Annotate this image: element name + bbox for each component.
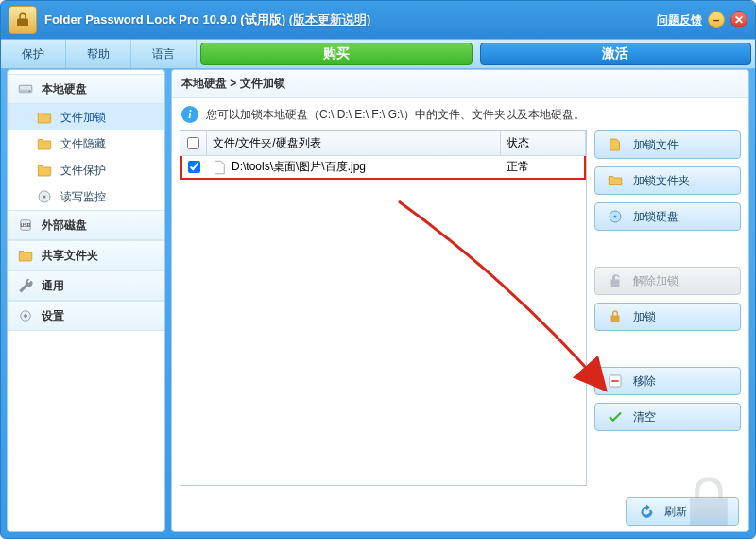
svg-point-8 [24, 314, 27, 318]
folder-add-icon [607, 173, 624, 188]
sidebar-group-external-disk[interactable]: USB 外部磁盘 [8, 210, 164, 240]
sidebar-item-file-protect[interactable]: 文件保护 [8, 157, 164, 183]
menu-protect[interactable]: 保护 [1, 40, 66, 68]
main-panel: 本地硬盘 > 文件加锁 i 您可以加锁本地硬盘（C:\ D:\ E:\ F:\ … [171, 69, 749, 532]
unlock-button: 解除加锁 [594, 267, 741, 295]
folder-lock-icon [36, 109, 53, 126]
svg-text:USB: USB [20, 222, 30, 228]
app-window: Folder Password Lock Pro 10.9.0 (试用版) (版… [0, 0, 756, 539]
title-bar: Folder Password Lock Pro 10.9.0 (试用版) (版… [1, 1, 755, 39]
file-table: 文件/文件夹/硬盘列表 状态 D:\tools\桌面\图片\百度.jpg [180, 130, 587, 486]
lock-disk-button[interactable]: 加锁硬盘 [594, 202, 741, 231]
svg-point-10 [614, 216, 617, 218]
svg-rect-12 [611, 380, 619, 382]
wrench-icon [17, 277, 34, 294]
sidebar-group-shared-folder[interactable]: 共享文件夹 [8, 240, 164, 270]
usb-icon: USB [17, 217, 34, 234]
check-icon [607, 409, 624, 425]
remove-button[interactable]: 移除 [594, 367, 741, 395]
lock-file-button[interactable]: 加锁文件 [594, 130, 741, 159]
info-icon: i [181, 106, 198, 123]
breadcrumb: 本地硬盘 > 文件加锁 [172, 70, 748, 98]
menu-bar: 保护 帮助 语言 购买 激活 [1, 39, 755, 69]
close-button[interactable]: ✕ [730, 11, 747, 28]
sidebar-item-file-lock[interactable]: 文件加锁 [8, 104, 164, 130]
update-notes-link[interactable]: (版本更新说明) [289, 12, 371, 26]
gear-icon [17, 307, 34, 324]
lock-button[interactable]: 加锁 [594, 303, 741, 331]
activate-button[interactable]: 激活 [480, 43, 752, 65]
row-checkbox[interactable] [188, 161, 200, 173]
minimize-button[interactable]: – [708, 11, 725, 28]
lock-icon [607, 309, 624, 324]
folder-protect-icon [36, 162, 53, 179]
svg-point-2 [29, 91, 31, 93]
window-title: Folder Password Lock Pro 10.9.0 (试用版) (版… [44, 11, 370, 28]
app-lock-icon [9, 6, 37, 34]
remove-icon [607, 374, 624, 389]
disc-add-icon [607, 209, 624, 224]
clear-button[interactable]: 清空 [594, 403, 741, 431]
file-icon [211, 161, 228, 174]
sidebar-group-settings[interactable]: 设置 [8, 301, 164, 331]
svg-point-4 [43, 196, 46, 199]
disc-icon [36, 188, 53, 205]
sidebar-item-file-hide[interactable]: 文件隐藏 [8, 130, 164, 157]
table-row[interactable]: D:\tools\桌面\图片\百度.jpg 正常 [180, 156, 586, 178]
menu-help[interactable]: 帮助 [66, 40, 131, 68]
sidebar-group-general[interactable]: 通用 [8, 270, 164, 301]
menu-language[interactable]: 语言 [131, 40, 197, 68]
product-name: Folder Password Lock Pro 10.9.0 (试用版) [44, 12, 285, 26]
file-add-icon [607, 137, 624, 152]
row-status: 正常 [501, 159, 586, 175]
row-path: D:\tools\桌面\图片\百度.jpg [232, 159, 366, 175]
header-checkbox[interactable] [180, 131, 207, 155]
feedback-link[interactable]: 问题反馈 [657, 12, 702, 28]
info-row: i 您可以加锁本地硬盘（C:\ D:\ E:\ F:\ G:\）中的文件、文件夹… [172, 98, 748, 130]
sidebar-item-rw-monitor[interactable]: 读写监控 [8, 183, 164, 210]
unlock-icon [607, 273, 624, 288]
table-header: 文件/文件夹/硬盘列表 状态 [180, 131, 586, 156]
refresh-button[interactable]: 刷新 [626, 497, 739, 526]
shared-folder-icon [17, 247, 34, 264]
folder-hide-icon [36, 135, 53, 152]
header-path[interactable]: 文件/文件夹/硬盘列表 [207, 131, 501, 155]
sidebar-group-local-disk[interactable]: 本地硬盘 [8, 74, 164, 104]
lock-folder-button[interactable]: 加锁文件夹 [594, 166, 741, 195]
header-status[interactable]: 状态 [501, 131, 586, 155]
buy-button[interactable]: 购买 [200, 43, 472, 65]
actions-panel: 加锁文件 加锁文件夹 加锁硬盘 解除加锁 [594, 130, 741, 486]
refresh-icon [638, 504, 655, 519]
disk-icon [17, 80, 34, 97]
sidebar: 本地硬盘 文件加锁 文件隐藏 文件保护 读写监控 [7, 69, 165, 532]
info-text: 您可以加锁本地硬盘（C:\ D:\ E:\ F:\ G:\）中的文件、文件夹以及… [206, 107, 585, 123]
